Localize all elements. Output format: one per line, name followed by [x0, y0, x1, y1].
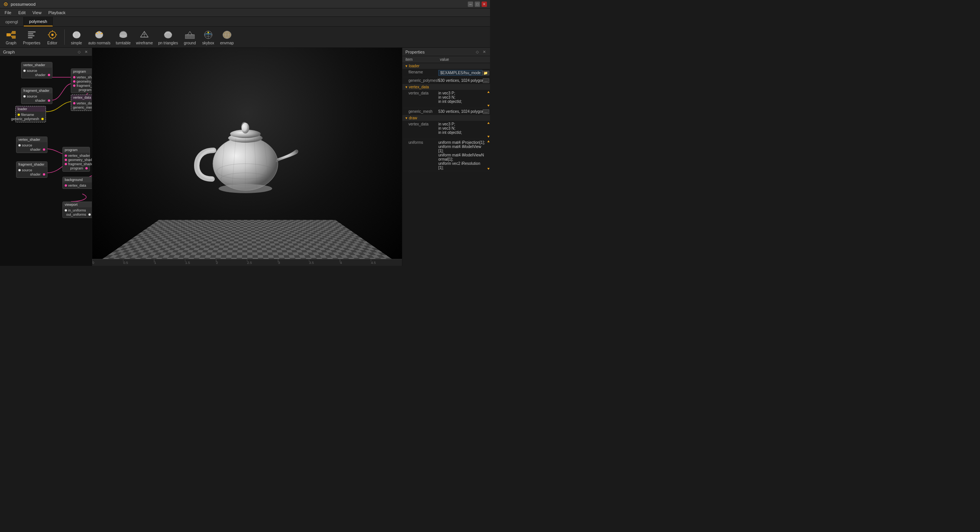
- graph-canvas[interactable]: vertex_shader source shader fragment_sha…: [0, 56, 92, 266]
- toolbar-editor-btn[interactable]: Editor: [44, 28, 61, 47]
- graph-float-btn[interactable]: ◇: [77, 49, 82, 55]
- loader-chevron: ▾: [405, 64, 407, 68]
- props-key-uniforms: uniforms: [402, 139, 437, 171]
- filename-folder-btn[interactable]: 📁: [482, 71, 489, 75]
- skybox-icon: [203, 29, 214, 40]
- toolbar-properties-btn[interactable]: Properties: [21, 28, 43, 47]
- tab-opengl[interactable]: opengl: [0, 17, 24, 26]
- turntable-icon: [118, 29, 129, 40]
- polymesh-ellipsis-btn[interactable]: …: [483, 78, 489, 83]
- tab-polymesh[interactable]: polymesh: [24, 17, 53, 26]
- props-float-btn[interactable]: ◇: [475, 49, 480, 55]
- draw-vdata-scroll-down[interactable]: [487, 136, 490, 138]
- toolbar-skybox-btn[interactable]: skybox: [199, 28, 217, 47]
- node-vertex-shader-2[interactable]: vertex_shader source shader: [16, 137, 47, 153]
- vdata-chevron: ▾: [405, 85, 407, 89]
- props-section-loader[interactable]: ▾ loader: [402, 63, 490, 69]
- menu-view[interactable]: View: [29, 10, 45, 16]
- props-row-generic-polymesh: generic_polymesh 530 vertices, 1024 poly…: [402, 77, 490, 84]
- props-panel-header: Properties ◇ ✕: [402, 48, 490, 56]
- menu-file[interactable]: File: [2, 10, 15, 16]
- props-col-value: value: [437, 56, 490, 63]
- pntriangles-btn-label: pn triangles: [158, 41, 178, 45]
- props-row-uniforms: uniforms uniform mat4 iProjection[1]; un…: [402, 139, 490, 171]
- wireframe-btn-label: wireframe: [136, 41, 153, 45]
- props-col-item: item: [402, 56, 437, 63]
- ground-icon: [185, 29, 195, 40]
- node-viewport[interactable]: viewport in_uniforms out_uniforms: [62, 202, 92, 218]
- toolbar-autonormals-btn[interactable]: auto normals: [86, 28, 113, 47]
- props-key-generic-polymesh: generic_polymesh: [402, 77, 437, 84]
- filename-input[interactable]: [438, 70, 482, 76]
- graph-panel-header: Graph ◇ ✕: [0, 48, 92, 56]
- graph-close-btn[interactable]: ✕: [83, 49, 89, 55]
- svg-point-13: [51, 34, 54, 36]
- svg-point-34: [207, 32, 209, 33]
- autonormals-btn-label: auto normals: [88, 41, 111, 45]
- props-section-vertex-data[interactable]: ▾ vertex_data: [402, 84, 490, 90]
- node-program-1[interactable]: program vertex_shader geometry_shader fr…: [71, 68, 92, 93]
- toolbar-ground-btn[interactable]: ground: [181, 28, 199, 47]
- props-close-btn[interactable]: ✕: [482, 49, 487, 55]
- tabbar: opengl polymesh: [0, 17, 490, 27]
- simple-icon: [71, 29, 82, 40]
- draw-vdata-scroll[interactable]: [487, 121, 490, 139]
- graph-icon: [6, 29, 16, 40]
- svg-point-40: [241, 122, 247, 131]
- vdata-scroll-down[interactable]: [487, 105, 490, 107]
- mesh-ellipsis-btn[interactable]: …: [483, 109, 489, 114]
- props-title: Properties: [405, 50, 425, 54]
- uniforms-scroll-down[interactable]: [487, 168, 490, 170]
- teapot-container: [186, 97, 309, 205]
- window-controls: ─ □ ✕: [468, 2, 487, 7]
- restore-btn[interactable]: □: [475, 2, 480, 7]
- toolbar: Graph Properties: [0, 27, 490, 48]
- props-row-draw-vdata: vertex_data in vec3 P; in vec3 N; in int…: [402, 121, 490, 139]
- node-vertex-shader-1[interactable]: vertex_shader source shader: [21, 62, 52, 78]
- properties-panel: Properties ◇ ✕ item value ▾ loader filen…: [402, 48, 490, 266]
- props-content[interactable]: item value ▾ loader filename 📁 generic_p…: [402, 56, 490, 266]
- toolbar-simple-btn[interactable]: simple: [68, 28, 85, 47]
- vdata-scroll[interactable]: [487, 90, 490, 108]
- turntable-btn-label: turntable: [116, 41, 131, 45]
- node-background[interactable]: background vertex_data: [62, 177, 92, 189]
- svg-rect-10: [28, 35, 34, 36]
- node-fragment-shader-1[interactable]: fragment_shader source shader: [21, 88, 52, 104]
- toolbar-graph-btn[interactable]: Graph: [2, 28, 20, 47]
- viewport-3d[interactable]: 0 0.5 1 1.5 2 2.5 3 3.5 4 4.5: [92, 48, 402, 266]
- menu-edit[interactable]: Edit: [15, 10, 29, 16]
- toolbar-turntable-btn[interactable]: turntable: [113, 28, 133, 47]
- uniforms-scroll-up[interactable]: [487, 140, 490, 142]
- uniforms-scroll[interactable]: [487, 139, 490, 171]
- menu-playback[interactable]: Playback: [45, 10, 69, 16]
- svg-point-18: [74, 31, 79, 38]
- autonormals-icon: [94, 29, 105, 40]
- teapot-svg: [186, 97, 309, 204]
- editor-icon: [47, 29, 58, 40]
- scene-container: 0 0.5 1 1.5 2 2.5 3 3.5 4 4.5: [92, 48, 402, 266]
- svg-rect-8: [28, 31, 36, 33]
- props-section-draw[interactable]: ▾ draw: [402, 115, 490, 121]
- node-vertex-data-1[interactable]: vertex_data vertex_data generic_mesh: [71, 94, 92, 111]
- draw-label: draw: [409, 116, 417, 120]
- title-text: possumwood: [11, 2, 36, 7]
- svg-line-7: [10, 35, 12, 37]
- props-key-generic-mesh: generic_mesh: [402, 108, 437, 115]
- toolbar-pntriangles-btn[interactable]: pn triangles: [156, 28, 180, 47]
- minimize-btn[interactable]: ─: [468, 2, 473, 7]
- props-row-filename: filename 📁: [402, 69, 490, 77]
- props-val-generic-polymesh: 530 vertices, 1024 polygons …: [437, 77, 490, 84]
- toolbar-wireframe-btn[interactable]: wireframe: [134, 28, 155, 47]
- props-val-filename[interactable]: 📁: [437, 69, 490, 77]
- graph-panel: Graph ◇ ✕: [0, 48, 92, 266]
- node-fragment-shader-2[interactable]: fragment_shader source shader: [16, 161, 47, 178]
- editor-btn-label: Editor: [47, 41, 57, 45]
- node-loader-1[interactable]: loader filename generic_polymesh: [15, 106, 46, 122]
- toolbar-envmap-btn[interactable]: envmap: [218, 28, 236, 47]
- ruler-marks: 0 0.5 1 1.5 2 2.5 3 3.5 4 4.5: [92, 259, 402, 266]
- close-btn[interactable]: ✕: [482, 2, 487, 7]
- draw-vdata-scroll-up[interactable]: [487, 122, 490, 124]
- vdata-scroll-up[interactable]: [487, 91, 490, 93]
- envmap-icon: [222, 29, 232, 40]
- node-program-2[interactable]: program vertex_shader geometry_shader fr…: [62, 147, 90, 172]
